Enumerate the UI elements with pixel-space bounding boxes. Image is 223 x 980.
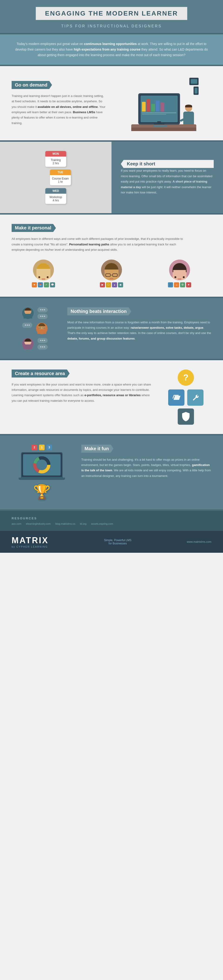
make-personal-title: Make it personal [11, 224, 56, 232]
res-link-5[interactable]: assets.espring.com [91, 522, 113, 525]
resources-links: axo.com elearningindustry.com blog.matri… [11, 522, 212, 525]
interaction-section: Nothing beats interaction Most of the ne… [0, 298, 223, 359]
res-icon-tool [187, 390, 204, 406]
cal-wed-duration: 4 hrs [47, 199, 64, 202]
matrix-footer: MATRIX by CYPHER LEARNING Simple, Powerf… [0, 531, 223, 553]
pi-1-1: ★ [32, 282, 37, 287]
make-personal-top: Make it personal All employees learn in … [11, 224, 212, 252]
make-fun-title: Make it fun [81, 445, 113, 453]
bubble-3 [22, 323, 32, 328]
res-icon-drive [168, 390, 184, 406]
resource-text-col: Create a resource area If you want emplo… [11, 369, 151, 404]
make-fun-text-part: Make it fun Training should be fun and c… [81, 445, 212, 479]
res-link-1[interactable]: axo.com [11, 522, 21, 525]
keep-short-text-part: Keep it short If you want your employees… [111, 142, 223, 213]
cal-mon: MON Training 2 hrs [45, 151, 66, 167]
question-icon: ? [178, 369, 194, 386]
brand-name: MATRIX [11, 536, 48, 545]
make-personal-image [193, 224, 212, 252]
resource-section: Create a resource area If you want emplo… [0, 360, 223, 434]
person-2-icons: ▶ ⬡ ♦ ◉ [100, 282, 123, 287]
pi-3-1: 🎵 [168, 282, 173, 287]
go-on-demand-title: Go on demand [11, 81, 52, 89]
interaction-illustrations [11, 307, 58, 350]
make-it-personal-section: Make it personal All employees learn in … [0, 215, 223, 296]
keep-it-short-section: MON Training 2 hrs TUE Course Exam 1 hr … [0, 142, 223, 213]
laptop-base [19, 477, 65, 480]
calendar-row-2: TUE Course Exam 1 hr [50, 170, 71, 185]
cal-mon-body: Training 2 hrs [45, 157, 66, 167]
pi-2-4: ◉ [118, 282, 123, 287]
person-card-3: 🎵 ☺ ⚙ ★ [168, 259, 191, 287]
cal-mon-header: MON [45, 151, 66, 157]
resource-icons-col: ? [160, 369, 212, 425]
laptop-screen [23, 454, 61, 476]
interaction-text-part: Nothing beats interaction Most of the ne… [67, 307, 212, 341]
person-cards-row: ★ 📚 ✓ 💬 ▶ ⬡ ♦ ◉ [11, 259, 212, 287]
go-on-demand-text-part: Go on demand Training and learning doesn… [11, 81, 107, 126]
resources-title: RESOURCES [11, 517, 212, 520]
keep-short-title: Keep it short [121, 160, 214, 168]
pi-1-2: 📚 [38, 282, 43, 287]
pi-1-3: ✓ [44, 282, 49, 287]
make-it-fun-section: 2 1 3 🏆 [0, 435, 223, 509]
pi-3-3: ⚙ [180, 282, 185, 287]
chat-bubbles-1 [37, 307, 48, 319]
resources-section: RESOURCES axo.com elearningindustry.com … [0, 511, 223, 531]
trophy-icon: 🏆 [33, 484, 51, 500]
badge-1: 1 [39, 445, 45, 450]
res-link-4[interactable]: td.org [80, 522, 87, 525]
make-fun-illustration: 2 1 3 🏆 [11, 445, 72, 500]
cal-tue-body: Course Exam 1 hr [50, 175, 71, 185]
keep-short-calendar: MON Training 2 hrs TUE Course Exam 1 hr … [0, 142, 111, 213]
pi-3-4: ★ [186, 282, 191, 287]
header-title-box: ENGAGING THE MODERN LEARNER [36, 7, 188, 20]
donut-chart [32, 455, 51, 474]
interaction-body: Most of the new information from a cours… [67, 320, 212, 341]
pi-3-2: ☺ [174, 282, 179, 287]
header: ENGAGING THE MODERN LEARNER TIPS FOR INS… [0, 0, 223, 33]
interaction-title: Nothing beats interaction [67, 307, 131, 315]
chat-group-1 [22, 307, 48, 319]
chat-avatar-1 [22, 307, 34, 319]
make-personal-text-col: Make it personal All employees learn in … [11, 224, 186, 252]
bubble-4 [37, 338, 48, 343]
make-personal-body: All employees learn in different ways an… [11, 236, 186, 252]
intro-text: Today's modern employees put great value… [14, 41, 209, 58]
cal-wed-header: WED [45, 188, 66, 194]
cal-wed-body: Workshop 4 hrs [45, 194, 66, 204]
resource-title: Create a resource area [11, 369, 70, 378]
bubble-1 [37, 307, 48, 312]
res-icon-shield [178, 409, 194, 425]
bubble-5 [37, 344, 48, 350]
matrix-logo: MATRIX by CYPHER LEARNING [11, 536, 48, 548]
res-link-3[interactable]: blog.matrixlms.co [55, 522, 75, 525]
laptop-display [21, 452, 63, 477]
chat-bubbles-3 [37, 338, 48, 350]
cal-tue-duration: 1 hr [52, 180, 69, 183]
person-3-icons: 🎵 ☺ ⚙ ★ [168, 282, 191, 287]
resource-body: If you want employees to like your cours… [11, 382, 151, 404]
person-card-2: ▶ ⬡ ♦ ◉ [100, 259, 123, 287]
cal-wed-desc: Workshop [47, 196, 64, 199]
header-title: ENGAGING THE MODERN LEARNER [45, 10, 178, 17]
chat-avatar-2 [36, 323, 48, 334]
cal-mon-duration: 2 hrs [47, 162, 64, 165]
calendar-row-1: MON Training 2 hrs [45, 151, 66, 167]
person-card-1: ★ 📚 ✓ 💬 [32, 259, 55, 287]
cal-wed: WED Workshop 4 hrs [45, 188, 66, 204]
brand-byline: by CYPHER LEARNING [11, 545, 48, 548]
intro-section: Today's modern employees put great value… [0, 34, 223, 65]
cal-tue: TUE Course Exam 1 hr [50, 170, 71, 185]
person-1-icons: ★ 📚 ✓ 💬 [32, 282, 55, 287]
go-on-demand-illustration [116, 75, 212, 131]
cal-mon-desc: Training [47, 158, 64, 162]
brand-url: www.matrixlms.com [187, 540, 212, 544]
pi-1-4: 💬 [50, 282, 55, 287]
calendar-row-3: WED Workshop 4 hrs [45, 188, 66, 204]
res-link-2[interactable]: elearningindustry.com [26, 522, 51, 525]
cal-tue-desc: Course Exam [52, 177, 69, 180]
avatar-2 [101, 259, 122, 280]
laptop-area: 2 1 3 🏆 [19, 445, 65, 500]
go-on-demand-body: Training and learning doesn't happen jus… [11, 93, 107, 126]
